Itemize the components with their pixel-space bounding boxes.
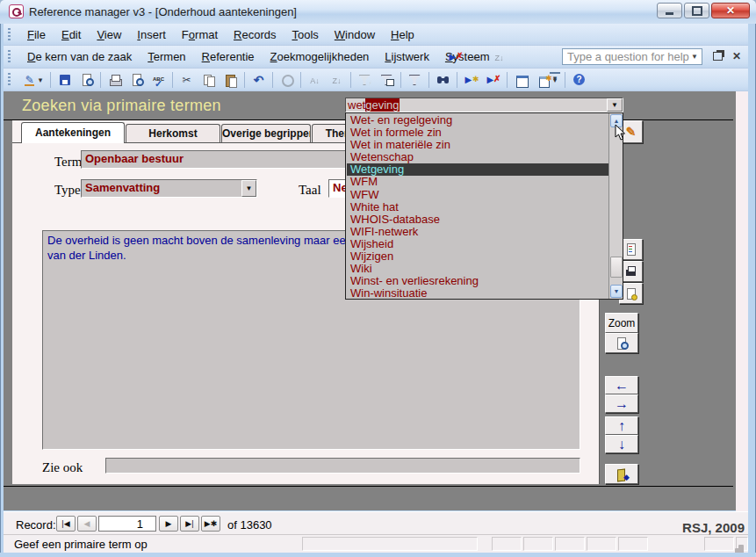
paste-icon	[224, 73, 238, 87]
help-search-dropdown-icon[interactable]: ▼	[691, 53, 698, 61]
record-number-input[interactable]: 1	[98, 516, 156, 532]
title-bar[interactable]: Reference manager v3 - [Onderhoud aantek…	[0, 0, 756, 24]
term-dropdown-list: Wet- en regelgevingWet in formele zinWet…	[345, 112, 623, 300]
credit-text: RSJ, 2009	[674, 520, 745, 535]
print-preview-button[interactable]	[126, 70, 147, 90]
appmenu-termen[interactable]: Termen	[140, 48, 193, 65]
scroll-down-icon[interactable]: ▼	[610, 285, 623, 298]
dropdown-item[interactable]: WIFI-netwerk	[347, 226, 608, 238]
preview-button[interactable]	[605, 333, 638, 353]
dropdown-item[interactable]: Wet in formele zin	[347, 127, 608, 139]
first-record-button[interactable]: |◀	[56, 516, 76, 532]
dropdown-item[interactable]: Wijzigen	[347, 250, 608, 263]
zie-ook-field[interactable]	[105, 458, 580, 474]
cut-icon	[180, 73, 194, 87]
next-record-button[interactable]: ▶	[159, 516, 178, 532]
database-window-button[interactable]	[511, 70, 531, 90]
zoom-button[interactable]: Zoom	[605, 313, 638, 333]
design-view-icon	[23, 73, 37, 87]
zie-ook-label: Zie ook	[42, 460, 83, 475]
new-record-button[interactable]	[461, 70, 481, 90]
dropdown-item[interactable]: WFM	[347, 176, 608, 188]
minimize-button[interactable]	[657, 3, 682, 18]
cut-button[interactable]	[176, 70, 197, 90]
sort-descending-button	[489, 47, 509, 67]
dropdown-item[interactable]: Win-winsituatie	[347, 287, 608, 300]
delete-record-button[interactable]	[483, 70, 503, 90]
spelling-icon	[152, 73, 166, 87]
filter-by-selection-button	[355, 70, 375, 90]
appmenu-lijstwerk[interactable]: Lijstwerk	[377, 48, 437, 65]
toolbar-separator	[400, 72, 401, 88]
new-record-button[interactable]: ▶✱	[201, 516, 220, 532]
type-dropdown-icon[interactable]: ▼	[241, 180, 256, 197]
delete-record-button[interactable]	[445, 47, 465, 67]
apply-filter-button[interactable]	[405, 70, 425, 90]
menu-records[interactable]: Records	[226, 26, 284, 43]
type-combobox[interactable]: Samenvatting	[81, 179, 257, 198]
tab-overige-begrippen[interactable]: Overige begrippen	[221, 124, 311, 142]
help-search-input[interactable]: Type a question for help	[562, 48, 702, 65]
maximize-button[interactable]	[684, 3, 709, 18]
undo-button[interactable]	[248, 70, 269, 90]
appmenu-de-kern-van-de-zaak[interactable]: De kern van de zaak	[19, 48, 140, 65]
spelling-button[interactable]	[148, 70, 169, 90]
menu-format[interactable]: Format	[174, 26, 226, 43]
menu-insert[interactable]: Insert	[129, 26, 174, 43]
divider-line	[4, 486, 733, 487]
toolbar-grip[interactable]	[8, 50, 11, 64]
copy-button[interactable]	[198, 70, 219, 90]
dropdown-item[interactable]: Wetgeving	[347, 163, 608, 176]
combo-dropdown-icon[interactable]: ▼	[607, 98, 623, 112]
dropdown-item[interactable]: Wet in materiële zin	[347, 139, 608, 151]
mdi-restore-icon[interactable]	[713, 52, 723, 61]
appmenu-referentie[interactable]: Referentie	[194, 48, 263, 65]
print-button[interactable]	[104, 70, 125, 90]
menu-help[interactable]: Help	[383, 26, 422, 43]
toolbar-grip[interactable]	[8, 73, 11, 87]
toolbar-separator	[50, 72, 51, 88]
toolbar-grip[interactable]	[8, 28, 11, 42]
file-search-button[interactable]	[76, 70, 97, 90]
dropdown-items: Wet- en regelgevingWet in formele zinWet…	[347, 114, 608, 300]
resize-grip[interactable]	[738, 545, 744, 550]
dropdown-item[interactable]: Wetenschap	[347, 151, 608, 163]
window-inner-background	[736, 91, 748, 534]
dropdown-item[interactable]: WHOIS-database	[347, 213, 608, 226]
paste-button[interactable]	[220, 70, 241, 90]
next-term-button[interactable]: →	[605, 394, 638, 413]
last-record-button[interactable]: ▶|	[180, 516, 199, 532]
menu-file[interactable]: File	[19, 26, 54, 43]
primary-term-combobox[interactable]: wetgeving	[345, 98, 623, 112]
dropdown-item[interactable]: Wiki	[347, 263, 608, 275]
dropdown-item[interactable]: Wet- en regelgeving	[347, 114, 608, 127]
down-term-button[interactable]: ↓	[605, 435, 638, 453]
tab-herkomst[interactable]: Herkomst	[126, 124, 220, 142]
up-term-button[interactable]: ↑	[605, 416, 638, 435]
print-preview-icon	[130, 73, 144, 87]
find-button[interactable]	[433, 70, 453, 90]
close-button[interactable]	[711, 3, 750, 18]
design-view-button[interactable]: ▾	[18, 70, 47, 90]
scrollbar-thumb[interactable]	[610, 257, 623, 278]
dropdown-scrollbar[interactable]: ▲ ▼	[608, 113, 623, 299]
dropdown-item[interactable]: White hat	[347, 201, 608, 213]
arrow-up-icon: ↑	[618, 418, 625, 434]
save-button[interactable]	[54, 70, 75, 90]
dropdown-item[interactable]: Winst- en verliesrekening	[347, 275, 608, 287]
dropdown-item[interactable]: Wijsheid	[347, 238, 608, 250]
file-search-icon	[80, 73, 94, 87]
menu-tools[interactable]: Tools	[284, 26, 326, 43]
menu-window[interactable]: Window	[327, 26, 383, 43]
previous-term-button[interactable]: ←	[605, 376, 638, 394]
menu-view[interactable]: View	[89, 26, 129, 43]
dropdown-item[interactable]: WFW	[347, 189, 608, 201]
help-button[interactable]	[569, 70, 589, 90]
appmenu-zoekmogelijkheden[interactable]: Zoekmogelijkheden	[263, 48, 378, 65]
menu-edit[interactable]: Edit	[54, 26, 89, 43]
tab-aantekeningen[interactable]: Aantekeningen	[21, 122, 125, 143]
exit-button[interactable]	[605, 464, 638, 484]
filter-by-form-button[interactable]	[377, 70, 397, 90]
mdi-close-icon[interactable]: ✕	[732, 50, 741, 62]
toolbar-options-icon[interactable]: ▾	[550, 72, 560, 88]
